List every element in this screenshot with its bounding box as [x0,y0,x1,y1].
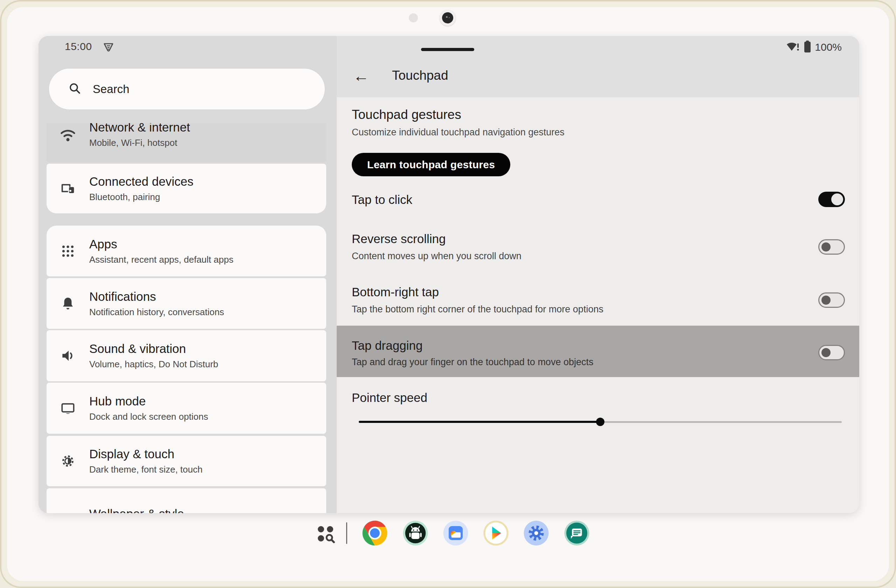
settings-window: 15:00 [38,36,859,513]
wifi-icon [47,125,89,143]
sidebar-item-hub-mode[interactable]: Hub mode Dock and lock screen options [47,383,326,434]
item-sublabel: Dock and lock screen options [89,411,208,422]
row-sublabel-reverse-scrolling: Content moves up when you scroll down [352,251,521,261]
dock-divider [346,522,347,544]
item-sublabel: Volume, haptics, Do Not Disturb [89,359,218,370]
play-store-icon[interactable] [483,520,509,546]
messages-icon[interactable] [564,520,590,546]
page-title: Touchpad [392,68,448,83]
search-icon [67,81,82,97]
back-arrow-icon: ← [353,67,369,85]
row-sublabel-bottom-right-tap: Tap the bottom right corner of the touch… [352,304,603,315]
status-bar: 15:00 [38,36,859,57]
search-input[interactable]: Search [49,68,325,109]
item-sublabel: Mobile, Wi-Fi, hotspot [89,137,190,148]
row-label-reverse-scrolling: Reverse scrolling [352,232,445,246]
slider-track [600,421,842,423]
item-label: Hub mode [89,394,208,408]
item-label: Display & touch [89,447,203,461]
toggle-reverse-scrolling[interactable] [818,239,845,255]
pointer-speed-slider[interactable] [359,416,842,428]
tablet-bezel: 15:00 [0,0,896,588]
sidebar-scroll-area[interactable]: Network & internet Mobile, Wi-Fi, hotspo… [38,123,337,513]
row-label-tap-to-click: Tap to click [352,193,412,207]
monitor-icon [47,400,89,417]
toggle-tap-dragging[interactable] [818,345,845,360]
sidebar-item-network-internet[interactable]: Network & internet Mobile, Wi-Fi, hotspo… [47,123,326,162]
brightness-icon [47,452,89,470]
sidebar-item-notifications[interactable]: Notifications Notification history, conv… [47,278,326,329]
item-label: Sound & vibration [89,342,218,356]
devices-icon [47,179,89,198]
slider-fill [359,421,600,423]
row-label-bottom-right-tap: Bottom-right tap [352,285,439,299]
settings-gear-icon[interactable] [523,520,549,546]
app-drawer-search-icon[interactable] [312,520,338,546]
row-label-pointer-speed: Pointer speed [352,391,427,405]
section-title: Touchpad gestures [352,107,461,122]
apps-grid-icon [47,242,89,260]
settings-sidebar: Search Network & internet Mobile, Wi-Fi,… [38,36,337,513]
row-sublabel-tap-dragging: Tap and drag your finger on the touchpad… [352,357,593,368]
item-label: Wallpaper & style [89,507,184,513]
chrome-icon[interactable] [362,520,388,546]
front-camera [440,10,456,26]
section-subtitle: Customize individual touchpad navigation… [352,127,565,138]
sidebar-item-wallpaper-style[interactable]: Wallpaper & style [47,488,326,513]
vpn-shield-icon [102,41,115,55]
android-icon[interactable] [402,520,428,546]
toggle-tap-to-click[interactable] [818,192,845,207]
item-sublabel: Notification history, conversations [89,307,224,318]
touchpad-detail-pane: ← Touchpad Touchpad gestures Customize i… [337,36,859,513]
wallpaper-icon [47,503,89,513]
search-placeholder: Search [93,82,130,96]
sidebar-item-apps[interactable]: Apps Assistant, recent apps, default app… [47,226,326,277]
highlighted-row-tap-dragging[interactable]: Tap dragging Tap and drag your finger on… [337,326,859,377]
window-drag-handle[interactable] [421,48,474,51]
sidebar-item-sound-vibration[interactable]: Sound & vibration Volume, haptics, Do No… [47,330,326,381]
files-icon[interactable] [443,520,469,546]
clock: 15:00 [65,41,92,52]
wifi-alert-icon [786,41,800,54]
sidebar-item-display-touch[interactable]: Display & touch Dark theme, font size, t… [47,436,326,486]
sensor-dot [409,13,418,23]
toggle-bottom-right-tap[interactable] [818,292,845,308]
speaker-icon [47,347,89,365]
item-sublabel: Dark theme, font size, touch [89,464,203,475]
item-sublabel: Bluetooth, pairing [89,192,194,202]
item-label: Network & internet [89,123,190,134]
item-label: Apps [89,237,233,251]
sidebar-item-connected-devices[interactable]: Connected devices Bluetooth, pairing [47,164,326,213]
item-label: Connected devices [89,175,194,188]
row-label-tap-dragging: Tap dragging [352,339,422,352]
slider-thumb[interactable] [596,418,605,426]
battery-percent: 100% [815,41,842,53]
back-button[interactable]: ← [351,65,372,87]
item-sublabel: Assistant, recent apps, default apps [89,254,233,265]
bell-icon [47,295,89,312]
item-label: Notifications [89,290,224,304]
learn-touchpad-gestures-button[interactable]: Learn touchpad gestures [352,153,510,176]
taskbar-dock [0,513,896,570]
battery-icon [804,40,811,54]
